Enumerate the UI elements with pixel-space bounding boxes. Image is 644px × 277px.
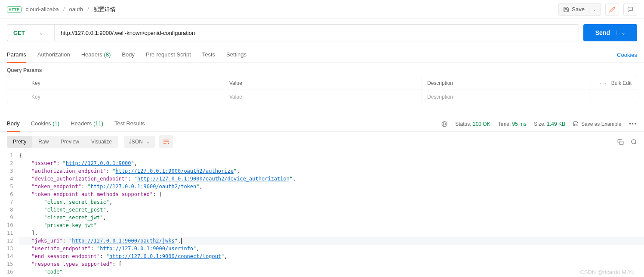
size-block[interactable]: Size: 1.49 KB [534, 121, 565, 127]
th-actions: ··· Bulk Edit [589, 76, 637, 90]
description-input[interactable]: Description [422, 90, 589, 104]
code-area[interactable]: 1234567891011121314151617 { "issuer": "h… [0, 152, 644, 277]
table-row[interactable]: Key Value Description [7, 90, 637, 104]
crumb-1[interactable]: oauth [69, 6, 83, 12]
save-icon [563, 6, 569, 12]
chevron-down-icon[interactable]: ⌄ [589, 7, 596, 12]
bulk-edit-button[interactable]: Bulk Edit [611, 80, 632, 86]
resp-tab-tests[interactable]: Test Results [114, 116, 145, 132]
tab-headers[interactable]: Headers (8) [81, 47, 111, 63]
chevron-down-icon: ⌄ [146, 140, 150, 144]
chevron-down-icon[interactable]: ⌄ [616, 31, 625, 35]
code-body[interactable]: { "issuer": "http://127.0.0.1:9000", "au… [19, 152, 644, 277]
view-tabs: Pretty Raw Preview Visualize [7, 136, 118, 148]
tab-settings[interactable]: Settings [226, 47, 247, 63]
tab-body[interactable]: Body [122, 47, 135, 63]
line-gutter: 1234567891011121314151617 [7, 152, 19, 277]
top-bar: HTTP cloud-alibaba / oauth / 配置详情 Save ⌄ [0, 0, 644, 19]
pencil-icon [609, 6, 615, 12]
http-badge: HTTP [7, 6, 22, 12]
right-tools [617, 139, 637, 145]
top-actions: Save ⌄ [558, 3, 637, 16]
crumb-2[interactable]: 配置详情 [93, 6, 116, 13]
globe-icon[interactable] [441, 121, 447, 127]
vtab-preview[interactable]: Preview [55, 136, 85, 148]
tab-prerequest[interactable]: Pre-request Script [146, 47, 191, 63]
query-params-table: Key Value Description ··· Bulk Edit Key … [7, 76, 637, 104]
sep: / [63, 6, 65, 12]
wrap-icon [163, 139, 169, 145]
sep: / [87, 6, 89, 12]
status-row: Status: 200 OK Time: 95 ms Size: 1.49 KB… [441, 121, 637, 127]
save-icon [573, 121, 579, 127]
th-value: Value [224, 76, 422, 90]
query-params-title: Query Params [0, 63, 644, 76]
status-block[interactable]: Status: 200 OK [455, 121, 490, 127]
key-input[interactable]: Key [26, 90, 224, 104]
format-select[interactable]: JSON ⌄ [124, 136, 155, 148]
vtab-pretty[interactable]: Pretty [7, 136, 32, 148]
send-label: Send [595, 29, 610, 36]
crumb-0[interactable]: cloud-alibaba [26, 6, 59, 12]
search-icon[interactable] [631, 139, 637, 145]
copy-icon[interactable] [617, 139, 624, 145]
chevron-down-icon: ⌄ [40, 31, 43, 35]
svg-rect-5 [620, 141, 623, 144]
row-checkbox[interactable] [7, 90, 26, 104]
method-value: GET [13, 30, 25, 36]
edit-button[interactable] [605, 3, 619, 16]
save-label: Save [572, 6, 585, 12]
vtab-raw[interactable]: Raw [32, 136, 55, 148]
url-input[interactable] [55, 25, 579, 41]
tab-tests[interactable]: Tests [202, 47, 215, 63]
comments-button[interactable] [623, 3, 637, 16]
wrap-button[interactable] [159, 135, 173, 148]
row-actions [589, 90, 637, 104]
tab-authorization[interactable]: Authorization [37, 47, 70, 63]
send-button[interactable]: Send ⌄ [583, 24, 637, 41]
more-icon[interactable]: ··· [600, 80, 607, 86]
cookies-link[interactable]: Cookies [617, 52, 637, 58]
breadcrumb: HTTP cloud-alibaba / oauth / 配置详情 [7, 6, 116, 13]
resp-tab-body[interactable]: Body [7, 116, 20, 132]
request-box: GET ⌄ [7, 24, 579, 41]
th-key: Key [26, 76, 224, 90]
svg-line-7 [635, 143, 636, 144]
comment-icon [627, 6, 633, 12]
save-button[interactable]: Save ⌄ [558, 3, 601, 16]
response-tabs: Body Cookies (1) Headers (11) Test Resul… [0, 116, 644, 132]
resp-tab-cookies[interactable]: Cookies (1) [31, 116, 59, 132]
time-block[interactable]: Time: 95 ms [498, 121, 527, 127]
save-as-example[interactable]: Save as Example [573, 121, 621, 127]
vtab-visualize[interactable]: Visualize [85, 136, 118, 148]
resp-tab-headers[interactable]: Headers (11) [71, 116, 103, 132]
request-row: GET ⌄ Send ⌄ [0, 19, 644, 41]
request-tabs: Params Authorization Headers (8) Body Pr… [0, 47, 644, 63]
th-description: Description [422, 76, 589, 90]
value-input[interactable]: Value [224, 90, 422, 104]
table-header: Key Value Description ··· Bulk Edit [7, 76, 637, 90]
checkbox-header [7, 76, 26, 90]
response-toolbar: Pretty Raw Preview Visualize JSON ⌄ [0, 132, 644, 152]
svg-point-6 [632, 139, 636, 143]
more-icon[interactable]: ••• [629, 121, 637, 127]
tab-params[interactable]: Params [7, 47, 26, 63]
method-select[interactable]: GET ⌄ [7, 25, 55, 41]
